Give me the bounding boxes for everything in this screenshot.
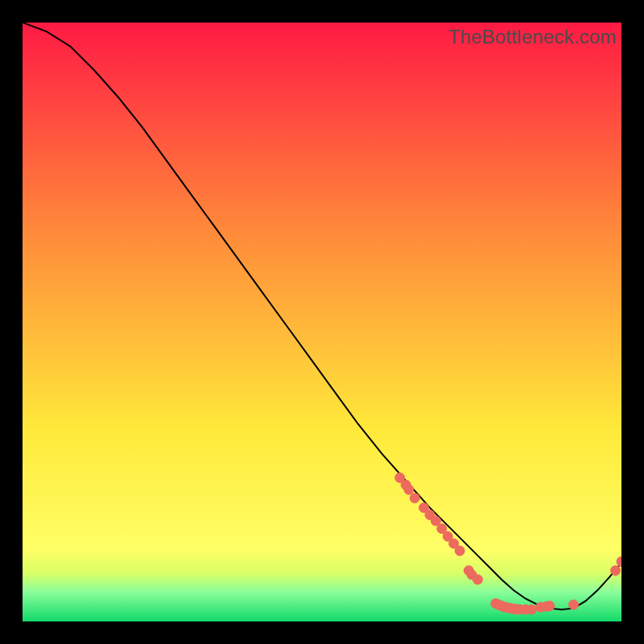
data-marker — [410, 493, 419, 503]
data-marker — [526, 605, 536, 614]
data-marker — [545, 601, 555, 611]
chart-frame: TheBottleneck.com — [23, 23, 621, 621]
bottleneck-chart — [23, 23, 621, 621]
watermark-text: TheBottleneck.com — [448, 26, 617, 48]
data-marker — [404, 485, 414, 494]
data-marker — [568, 600, 578, 609]
gradient-background — [23, 23, 621, 621]
data-marker — [473, 575, 482, 584]
data-marker — [455, 546, 464, 555]
data-marker — [611, 566, 621, 576]
